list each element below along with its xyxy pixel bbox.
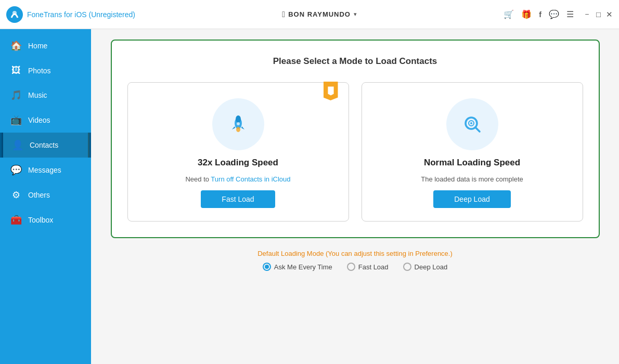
fast-load-desc-prefix: Need to bbox=[185, 175, 211, 183]
fast-load-desc: Need to Turn off Contacts in iCloud bbox=[185, 175, 290, 183]
sidebar-item-messages[interactable]: 💬 Messages bbox=[0, 158, 91, 183]
deep-load-button[interactable]: Deep Load bbox=[433, 190, 511, 208]
cart-icon[interactable]: 🛒 bbox=[504, 9, 514, 19]
deep-load-icon bbox=[459, 111, 486, 138]
fast-load-button[interactable]: Fast Load bbox=[201, 190, 275, 208]
fast-load-title: 32x Loading Speed bbox=[198, 158, 278, 168]
radio-ask-me-label: Ask Me Every Time bbox=[274, 263, 332, 271]
home-icon: 🏠 bbox=[10, 40, 22, 51]
sidebar-item-videos[interactable]: 📺 Videos bbox=[0, 108, 91, 133]
sidebar: 🏠 Home 🖼 Photos 🎵 Music 📺 Videos 👤 Conta… bbox=[0, 29, 91, 364]
deep-load-card: Normal Loading Speed The loaded data is … bbox=[362, 82, 583, 222]
sidebar-label-contacts: Contacts bbox=[30, 141, 58, 149]
card-title: Please Select a Mode to Load Contacts bbox=[127, 56, 583, 67]
sidebar-label-messages: Messages bbox=[28, 166, 61, 174]
sidebar-item-contacts[interactable]: 👤 Contacts bbox=[0, 133, 91, 158]
chevron-down-icon[interactable]: ▾ bbox=[354, 11, 357, 18]
device-name: BON RAYMUNDO bbox=[288, 10, 351, 18]
minimize-button[interactable]: － bbox=[583, 9, 591, 19]
sidebar-item-photos[interactable]: 🖼 Photos bbox=[0, 58, 91, 83]
rocket-icon bbox=[225, 111, 252, 138]
sidebar-item-music[interactable]: 🎵 Music bbox=[0, 83, 91, 108]
modes-row: 32x Loading Speed Need to Turn off Conta… bbox=[127, 82, 583, 222]
default-mode-prefix: Default Loading Mode ( bbox=[257, 250, 328, 257]
chat-icon[interactable]: 💬 bbox=[549, 9, 559, 19]
radio-fast-load-circle bbox=[347, 263, 355, 271]
window-controls: － □ ✕ bbox=[583, 9, 613, 19]
fast-load-icon-circle bbox=[212, 98, 264, 150]
radio-ask-me-circle bbox=[263, 263, 271, 271]
videos-icon: 📺 bbox=[10, 114, 22, 126]
default-mode-section: Default Loading Mode (You can adjust thi… bbox=[257, 250, 453, 271]
sidebar-label-toolbox: Toolbox bbox=[28, 216, 53, 224]
sidebar-item-home[interactable]: 🏠 Home bbox=[0, 33, 91, 58]
icloud-link[interactable]: Turn off Contacts in iCloud bbox=[211, 175, 290, 183]
content-area: Please Select a Mode to Load Contacts bbox=[91, 29, 619, 364]
radio-deep-load-label: Deep Load bbox=[415, 263, 448, 271]
radio-group: Ask Me Every Time Fast Load Deep Load bbox=[263, 263, 447, 271]
svg-point-6 bbox=[236, 115, 241, 123]
close-button[interactable]: ✕ bbox=[606, 9, 613, 19]
radio-ask-me[interactable]: Ask Me Every Time bbox=[263, 263, 332, 271]
sidebar-label-home: Home bbox=[28, 42, 47, 50]
sidebar-label-videos: Videos bbox=[28, 116, 50, 124]
title-left: FoneTrans for iOS (Unregistered) bbox=[6, 6, 135, 23]
contacts-icon: 👤 bbox=[12, 139, 23, 151]
default-mode-title: Default Loading Mode (You can adjust thi… bbox=[257, 250, 453, 257]
deep-load-icon-circle bbox=[446, 98, 498, 150]
sidebar-label-photos: Photos bbox=[28, 67, 51, 75]
svg-point-1 bbox=[12, 11, 17, 15]
device-info[interactable]:  BON RAYMUNDO ▾ bbox=[282, 10, 357, 19]
apple-icon:  bbox=[282, 10, 285, 19]
gift-icon[interactable]: 🎁 bbox=[521, 9, 532, 19]
fast-load-card: 32x Loading Speed Need to Turn off Conta… bbox=[127, 82, 349, 222]
radio-fast-load[interactable]: Fast Load bbox=[347, 263, 389, 271]
others-icon: ⚙ bbox=[10, 189, 22, 201]
default-mode-emphasis: You can adjust this setting in Preferenc… bbox=[328, 250, 450, 257]
app-title: FoneTrans for iOS (Unregistered) bbox=[27, 10, 135, 19]
radio-deep-load-circle bbox=[403, 263, 411, 271]
title-right-icons: 🛒 🎁 f 💬 ☰ － □ ✕ bbox=[504, 9, 613, 19]
deep-load-desc: The loaded data is more complete bbox=[421, 175, 523, 183]
fast-load-badge bbox=[324, 82, 338, 100]
sidebar-item-toolbox[interactable]: 🧰 Toolbox bbox=[0, 207, 91, 232]
maximize-button[interactable]: □ bbox=[596, 9, 601, 19]
radio-fast-load-label: Fast Load bbox=[358, 263, 389, 271]
messages-icon: 💬 bbox=[10, 164, 22, 176]
main-layout: 🏠 Home 🖼 Photos 🎵 Music 📺 Videos 👤 Conta… bbox=[0, 29, 619, 364]
default-mode-close: ) bbox=[450, 250, 452, 257]
facebook-icon[interactable]: f bbox=[539, 10, 541, 19]
sidebar-label-others: Others bbox=[28, 191, 50, 199]
svg-point-7 bbox=[236, 127, 240, 132]
photos-icon: 🖼 bbox=[10, 65, 22, 76]
svg-point-14 bbox=[470, 122, 472, 124]
sidebar-item-others[interactable]: ⚙ Others bbox=[0, 183, 91, 207]
deep-load-title: Normal Loading Speed bbox=[424, 158, 520, 168]
menu-icon[interactable]: ☰ bbox=[566, 9, 574, 19]
svg-point-11 bbox=[459, 111, 486, 138]
toolbox-icon: 🧰 bbox=[10, 214, 22, 226]
radio-deep-load[interactable]: Deep Load bbox=[403, 263, 448, 271]
svg-point-10 bbox=[237, 122, 240, 125]
music-icon: 🎵 bbox=[10, 89, 22, 101]
app-logo-icon bbox=[6, 6, 23, 23]
title-bar: FoneTrans for iOS (Unregistered)  BON R… bbox=[0, 0, 619, 29]
main-card: Please Select a Mode to Load Contacts bbox=[111, 40, 600, 238]
sidebar-label-music: Music bbox=[28, 91, 47, 99]
